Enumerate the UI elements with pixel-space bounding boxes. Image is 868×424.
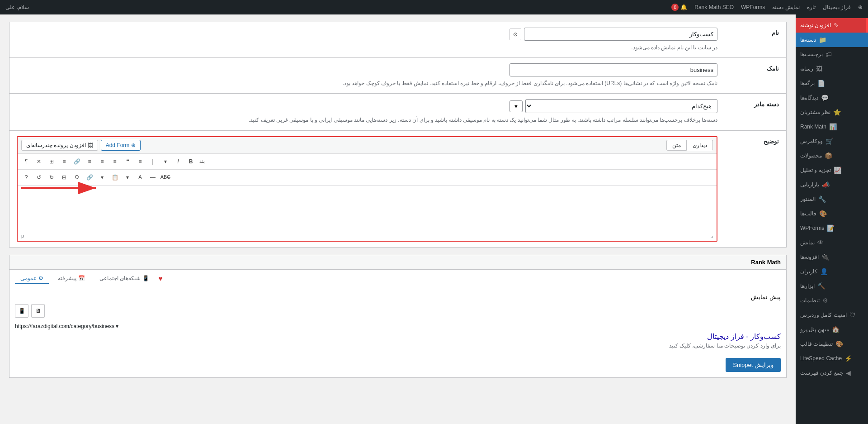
name-description: در سایت با این نام نمایش داده می‌شود.: [17, 43, 717, 52]
sidebar-item-rankmath[interactable]: 📊 Rank Math: [796, 119, 868, 134]
sidebar-item-label: جمع کردن فهرست: [800, 370, 843, 376]
tab-visual[interactable]: دیداری: [687, 140, 713, 151]
parent-select-arrow[interactable]: ▼: [509, 100, 523, 112]
toolbar-table-btn[interactable]: ⊞: [46, 156, 57, 167]
sidebar-item-security[interactable]: 🛡 امنیت کامل وردپرس: [796, 308, 868, 322]
wpforms-bar-item[interactable]: WPForms: [741, 4, 765, 10]
toolbar-more-btn[interactable]: ▾: [160, 156, 171, 167]
edit-snippet-button[interactable]: ویرایش Snippet: [726, 358, 781, 372]
toolbar-redo-btn[interactable]: ↻: [46, 172, 57, 183]
star-icon: ⭐: [833, 109, 841, 116]
add-form-button[interactable]: ⊕ Add Form: [101, 140, 141, 151]
slug-input[interactable]: [509, 63, 717, 76]
sidebar-item-plugins[interactable]: 🔌 افزونه‌ها: [796, 250, 868, 264]
toolbar-hr-btn[interactable]: —: [147, 172, 159, 183]
name-input[interactable]: [524, 28, 717, 41]
toolbar-anchor-btn[interactable]: 🔗: [84, 172, 95, 183]
parent-select[interactable]: هیچ‌کدام: [525, 99, 717, 113]
sidebar-item-elementor[interactable]: 🔧 المنتور: [796, 192, 868, 206]
favorite-icon[interactable]: ♥: [158, 275, 163, 283]
sidebar-item-tags[interactable]: 🏷 برچسب‌ها: [796, 47, 868, 62]
toolbar-undo-btn[interactable]: ↺: [33, 172, 45, 183]
toolbar-list-btn[interactable]: ≡: [134, 156, 146, 167]
rm-tab-advanced[interactable]: 📅 پیشرفته: [52, 273, 90, 284]
slug-label: نامک: [725, 63, 779, 72]
wp-logo-icon[interactable]: ⊕: [858, 4, 863, 10]
toolbar-strikethrough-btn[interactable]: ABC̶: [160, 172, 171, 183]
sidebar-item-media[interactable]: 🖼 رسانه: [796, 62, 868, 76]
sidebar-item-label: تجزیه و تحلیل: [800, 167, 831, 173]
sidebar-item-label: نمایش: [800, 239, 815, 246]
rm-tab-general[interactable]: ⚙ عمومی: [15, 273, 49, 284]
sidebar-item-appearance[interactable]: 👁 نمایش: [796, 235, 868, 250]
sidebar-item-collapse[interactable]: ◀ جمع کردن فهرست: [796, 366, 868, 380]
sidebar-item-settings[interactable]: ⚙ تنظیمات: [796, 293, 868, 308]
editor-content-area[interactable]: [18, 186, 717, 231]
sidebar-item-users[interactable]: 👤 کاربران: [796, 264, 868, 279]
analytics-icon: 📈: [834, 167, 841, 174]
sidebar-item-templates[interactable]: 🎨 قالب‌ها: [796, 206, 868, 221]
editor-wrapper: دیداری متن ⊕ Add Form 🖼 افزودن: [17, 136, 717, 242]
toolbar-bold-btn[interactable]: B: [185, 156, 197, 167]
toolbar-paste-arrow-btn[interactable]: ▾: [96, 172, 108, 183]
rm-tab-general-label: عمومی: [20, 275, 37, 281]
sidebar-item-wpforms[interactable]: 📝 WPForms: [796, 221, 868, 235]
name-icon-btn[interactable]: ⊙: [509, 29, 521, 40]
toolbar-italic-btn[interactable]: I: [172, 156, 184, 167]
sidebar-item-reviews[interactable]: ⭐ نظر مشتریان: [796, 105, 868, 119]
toolbar-align-right-btn[interactable]: ≡: [109, 156, 121, 167]
rankmath-bar-item[interactable]: Rank Math SEO: [694, 4, 734, 10]
toolbar-indent-btn[interactable]: ⊟: [58, 172, 70, 183]
sidebar-item-mihan[interactable]: 🏠 میهن پنل پرو: [796, 322, 868, 337]
rm-tab-advanced-label: پیشرفته: [58, 275, 76, 281]
sidebar-item-analytics[interactable]: 📈 تجزیه و تحلیل: [796, 163, 868, 177]
sidebar-item-label: میهن پنل پرو: [800, 326, 829, 333]
toolbar-color-arrow-btn[interactable]: ▾: [122, 172, 133, 183]
toolbar-align-center-btn[interactable]: ≡: [96, 156, 108, 167]
rm-tab-social-label: شبکه‌های اجتماعی: [99, 275, 141, 281]
sidebar-item-marketing[interactable]: 📣 بازاریابی: [796, 177, 868, 192]
editor-resize-handle[interactable]: ⌟: [711, 233, 713, 239]
rm-tab-social[interactable]: 📱 شبکه‌های اجتماعی: [94, 273, 155, 284]
editor-toolbar-row1: بند B I ▾ | ≡ ❝ ≡ ≡ ≡ 🔗 ≡ ⊞: [18, 154, 717, 170]
desktop-preview-btn[interactable]: 🖥: [31, 304, 45, 318]
notifications-btn[interactable]: 🔔 0: [671, 4, 687, 11]
sidebar-item-comments[interactable]: 💬 دیدگاه‌ها: [796, 91, 868, 105]
toolbar-omega-btn[interactable]: Ω: [71, 172, 83, 183]
mobile-preview-btn[interactable]: 📱: [15, 304, 28, 318]
seo-preview-title[interactable]: کسب‌وکار - فراز دیجیتال: [15, 332, 781, 341]
comment-icon: 💬: [821, 94, 829, 101]
rank-math-header: Rank Math: [9, 255, 786, 270]
add-media-button[interactable]: 🖼 افزودن پرونده چندرسانه‌ای: [21, 140, 98, 151]
sidebar-item-products[interactable]: 📦 محصولات: [796, 148, 868, 163]
description-field-row: توضیح: [9, 131, 787, 248]
mihan-icon: 🏠: [832, 326, 840, 333]
sidebar-item-tools[interactable]: 🔨 ابزارها: [796, 279, 868, 293]
new-post-btn[interactable]: تاره: [807, 4, 816, 10]
seo-preview-desc[interactable]: برای وارد کردن توضیحات متا سفارشی، کلیک …: [15, 343, 781, 349]
toolbar-x-btn[interactable]: ✕: [33, 156, 45, 167]
site-name[interactable]: فراز دیجیتال: [823, 4, 851, 10]
toolbar-link-btn[interactable]: 🔗: [71, 156, 83, 167]
parent-select-container: هیچ‌کدام ▼: [509, 99, 717, 113]
cart-icon: 🛒: [826, 138, 833, 145]
preview-label: پیش نمایش: [15, 294, 781, 300]
toolbar-text-color-btn[interactable]: A: [134, 172, 146, 183]
name-field-content: ⊙ در سایت با این نام نمایش داده می‌شود.: [17, 28, 717, 52]
advanced-icon: 📅: [78, 275, 85, 281]
toolbar-para-btn[interactable]: ¶: [20, 156, 32, 167]
toolbar-insert-btn[interactable]: ≡: [58, 156, 70, 167]
toolbar-help-btn[interactable]: ?: [20, 172, 32, 183]
appearance-icon: 👁: [817, 239, 824, 246]
view-category-btn[interactable]: نمایش دسته: [772, 4, 799, 10]
sidebar-item-pages[interactable]: 📄 برگه‌ها: [796, 76, 868, 91]
toolbar-align-left-btn[interactable]: ≡: [84, 156, 95, 167]
tab-text[interactable]: متن: [666, 140, 687, 151]
sidebar-item-categories[interactable]: 📁 دسته‌ها: [796, 33, 868, 47]
sidebar-item-theme-settings[interactable]: 🎨 تنظیمات قالب: [796, 337, 868, 351]
toolbar-quote-btn[interactable]: ❝: [122, 156, 133, 167]
sidebar-item-woocommerce[interactable]: 🛒 ووکامرس: [796, 134, 868, 148]
sidebar-item-add-post[interactable]: ✎ افزودن نوشته: [796, 18, 868, 33]
toolbar-paste-btn[interactable]: 📋: [109, 172, 121, 183]
sidebar-item-litespeed[interactable]: ⚡ LiteSpeed Cache: [796, 351, 868, 366]
